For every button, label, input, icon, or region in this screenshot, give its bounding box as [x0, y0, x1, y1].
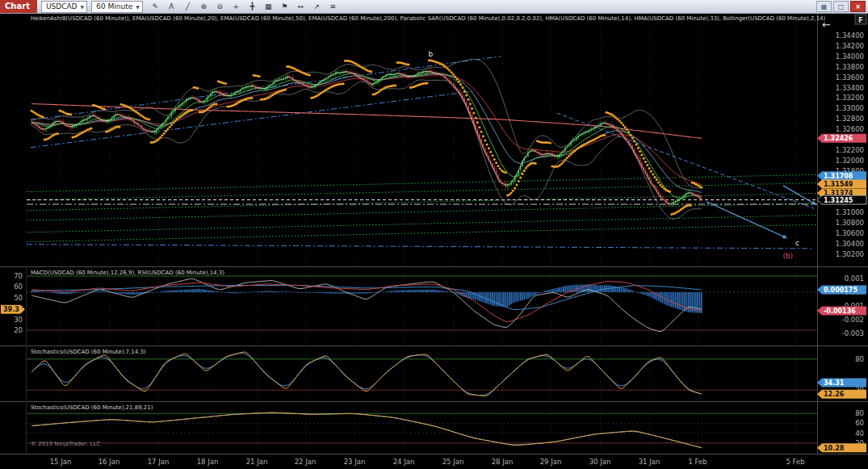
- svg-text:1.31549: 1.31549: [824, 181, 853, 188]
- svg-text:80: 80: [855, 355, 864, 363]
- time-axis[interactable]: 15 Jan16 Jan17 Jan18 Jan21 Jan22 Jan23 J…: [50, 458, 805, 466]
- axis-badge-0.000175: 0.000175: [817, 286, 866, 295]
- horizontal-line-tool[interactable]: ↔: [293, 1, 308, 13]
- ray-tool[interactable]: ↗: [309, 1, 325, 13]
- jump-to-left-arrow: ←: [822, 19, 831, 31]
- pencil-tool[interactable]: ✎: [148, 1, 163, 13]
- svg-text:1.32200: 1.32200: [836, 146, 864, 154]
- candles-layer: [31, 68, 702, 207]
- svg-text:1.30200: 1.30200: [836, 250, 864, 258]
- svg-text:-0.00136: -0.00136: [824, 308, 856, 315]
- zoom-out-tool[interactable]: ⊖: [212, 1, 228, 13]
- svg-text:60: 60: [14, 283, 23, 291]
- instrument-dropdown[interactable]: USDCAD ▼: [41, 1, 87, 13]
- trend-channel-lower: [31, 91, 473, 148]
- svg-text:1.33600: 1.33600: [836, 73, 864, 82]
- window-controls: ▦□×: [816, 1, 868, 12]
- svg-text:-0.002: -0.002: [842, 316, 864, 324]
- bar-type-tool[interactable]: ▦: [261, 1, 276, 13]
- svg-text:29 Jan: 29 Jan: [540, 458, 562, 466]
- axis-extras[interactable]: F←: [822, 15, 866, 31]
- svg-text:1.32600: 1.32600: [836, 125, 864, 133]
- time-gridlines: [61, 14, 796, 454]
- svg-text:1.32000: 1.32000: [836, 157, 864, 165]
- drawing-overlays: [27, 57, 817, 249]
- trendline-tool[interactable]: ╱: [180, 1, 195, 13]
- zoom-in-tool[interactable]: ⊕: [196, 1, 212, 13]
- svg-text:25 Jan: 25 Jan: [442, 458, 464, 466]
- svg-text:1.34200: 1.34200: [836, 42, 864, 50]
- svg-text:1.30600: 1.30600: [836, 229, 864, 237]
- svg-text:1.30400: 1.30400: [836, 240, 864, 248]
- svg-text:30: 30: [14, 316, 23, 324]
- svg-text:24 Jan: 24 Jan: [393, 458, 415, 466]
- regression-line-3: [27, 193, 817, 210]
- macd-rsi-panel: [27, 276, 817, 332]
- stoch-fast-panel-k-line: [31, 352, 702, 396]
- svg-text:1.33200: 1.33200: [836, 94, 864, 102]
- text-tool[interactable]: A: [164, 1, 179, 13]
- parabolic-sar-dots: [31, 59, 703, 216]
- svg-text:22 Jan: 22 Jan: [295, 458, 317, 466]
- axis-badge-1.31549: 1.31549: [817, 179, 866, 188]
- svg-text:40: 40: [855, 429, 864, 438]
- svg-text:5 Feb: 5 Feb: [786, 458, 804, 466]
- svg-text:39.3: 39.3: [3, 306, 19, 313]
- maximize-button[interactable]: □: [833, 1, 849, 12]
- svg-text:28 Jan: 28 Jan: [492, 458, 514, 466]
- svg-text:20: 20: [14, 326, 23, 334]
- window-title-tab[interactable]: Chart: [0, 0, 37, 13]
- svg-text:23 Jan: 23 Jan: [344, 458, 366, 466]
- svg-text:1.32800: 1.32800: [836, 115, 864, 123]
- rsi-left-badge: 39.3: [1, 305, 25, 314]
- bollinger-bands: [31, 59, 702, 220]
- stoch-slow-panel-k-line: [31, 412, 702, 448]
- stoch-slow-panel-d-line: [31, 412, 702, 447]
- price-axis[interactable]: 1.344001.342001.340001.338001.336001.334…: [1, 31, 866, 452]
- interval-dropdown[interactable]: 60 Minute ▼: [91, 1, 143, 13]
- axis-badge-12.26: 12.26: [817, 390, 866, 399]
- axis-badge-34.31: 34.31: [817, 379, 866, 387]
- wave-label-c: c: [795, 239, 799, 247]
- axis-badge--0.00136: -0.00136: [817, 307, 866, 316]
- svg-text:1.34000: 1.34000: [836, 52, 864, 61]
- grid-button[interactable]: ▦: [816, 1, 832, 12]
- axis-badge-1.31708: 1.31708: [817, 171, 866, 180]
- lower-channel-line: [27, 245, 813, 249]
- wave-label-b-paren: (b): [782, 252, 793, 260]
- interval-value: 60 Minute: [96, 2, 132, 10]
- chevron-down-icon: ▼: [81, 4, 85, 10]
- svg-text:30 Jan: 30 Jan: [589, 458, 611, 466]
- add-indicator-tool[interactable]: ╋: [245, 1, 260, 13]
- axis-badge-1.31245: 1.31245: [817, 195, 866, 204]
- stoch-fast-panel-d-line: [31, 354, 702, 396]
- wave-label-b: b: [428, 50, 433, 58]
- axis-badge-10.28: 10.28: [817, 443, 866, 452]
- svg-text:80: 80: [855, 409, 864, 417]
- svg-text:F: F: [858, 16, 863, 24]
- close-button[interactable]: ×: [850, 1, 866, 12]
- flag-tool[interactable]: ⚑: [277, 1, 292, 13]
- regression-line-6: [27, 224, 817, 241]
- svg-text:34.31: 34.31: [824, 379, 845, 387]
- svg-text:10.28: 10.28: [824, 445, 845, 452]
- svg-text:70: 70: [14, 272, 23, 280]
- svg-text:1.30800: 1.30800: [836, 219, 864, 227]
- svg-text:1.31708: 1.31708: [824, 173, 853, 180]
- projection-arrow-down: [707, 202, 787, 238]
- toolbar: Chart USDCAD ▼ 60 Minute ▼ ✎A╱⊕⊖+╋▦⚑↔↗≡ …: [0, 0, 868, 14]
- stoch-fast-panel: [27, 352, 817, 396]
- chart-canvas[interactable]: bc(b)1.344001.342001.340001.338001.33600…: [0, 13, 868, 469]
- svg-text:50: 50: [14, 294, 23, 302]
- svg-text:31 Jan: 31 Jan: [639, 458, 660, 466]
- svg-text:21 Jan: 21 Jan: [246, 458, 268, 466]
- svg-text:17 Jan: 17 Jan: [148, 458, 170, 466]
- menu-tool[interactable]: ≡: [325, 1, 341, 13]
- svg-text:1.32426: 1.32426: [824, 135, 853, 142]
- hma33-line: [31, 74, 702, 193]
- regression-line-5: [27, 216, 817, 232]
- svg-text:15 Jan: 15 Jan: [50, 458, 72, 466]
- panel-dividers[interactable]: [0, 13, 868, 454]
- ninjatrader-chart-window: { "titlebar": { "app_tab": "Chart", "ins…: [0, 0, 868, 469]
- crosshair-tool[interactable]: +: [229, 1, 244, 13]
